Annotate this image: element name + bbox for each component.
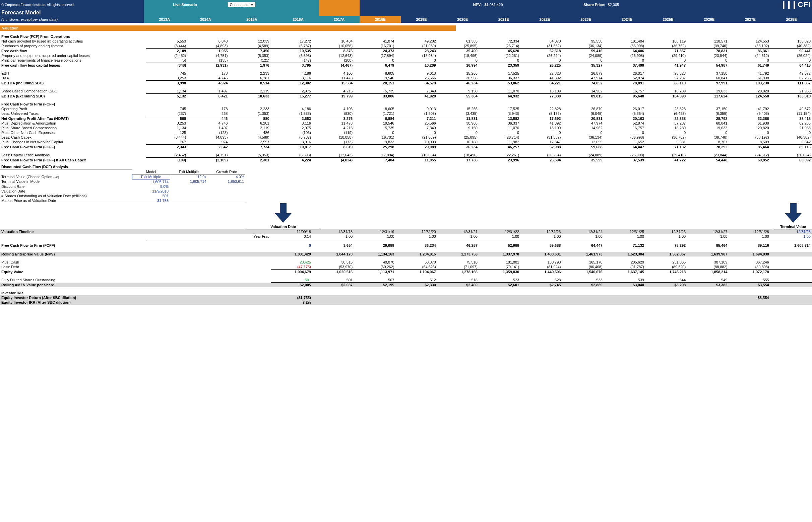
cell: 11/9/2018 bbox=[132, 189, 170, 194]
timeline-date: 12/31/26 bbox=[645, 229, 687, 234]
cell: 10,535 bbox=[271, 48, 312, 54]
year-col: 2019E bbox=[401, 16, 442, 23]
cell: 13,109 bbox=[520, 125, 562, 130]
cell: (89,898) bbox=[729, 264, 770, 269]
cell: 19,546 bbox=[354, 76, 395, 81]
cell: 0 bbox=[562, 58, 603, 63]
cell: 2,109 bbox=[146, 48, 187, 54]
cell: Exit Multiple bbox=[132, 174, 170, 179]
cell: (39,740) bbox=[687, 135, 729, 140]
irr-pct-value: 7.2% bbox=[271, 300, 312, 305]
cell: 268 bbox=[187, 111, 229, 116]
svg-marker-0 bbox=[275, 203, 292, 223]
cell: 178 bbox=[187, 71, 229, 76]
cell: 59,688 bbox=[520, 243, 562, 248]
cell: 49,282 bbox=[395, 39, 437, 43]
cell: 9,833 bbox=[354, 140, 395, 145]
row-label: Less: Capital Lease Additions bbox=[0, 153, 146, 158]
timeline-date: 12/31/23 bbox=[520, 229, 562, 234]
data-row: Free Cash Flow to Firm (FCFF)03,65429,08… bbox=[0, 243, 812, 248]
cell: (6,737) bbox=[271, 43, 312, 48]
cell: (71,097) bbox=[437, 264, 479, 269]
cell: 2,557 bbox=[229, 140, 270, 145]
cell: 501 bbox=[132, 194, 170, 198]
cell: 57,287 bbox=[645, 76, 687, 81]
cell: 11,982 bbox=[479, 140, 520, 145]
timeline-date: 12/31/28 bbox=[729, 229, 770, 234]
cell: 0 bbox=[437, 130, 479, 135]
cell: 2,975 bbox=[271, 125, 312, 130]
cell: (11,154) bbox=[770, 111, 812, 116]
cell: 20,820 bbox=[729, 125, 770, 130]
model-subtitle: (in millions, except per share data) bbox=[0, 16, 144, 23]
cell: $2,889 bbox=[562, 283, 603, 288]
live-scenario-label: Live Scenario bbox=[144, 0, 226, 9]
cell: 3,276 bbox=[312, 116, 354, 121]
cell: 501 bbox=[271, 278, 312, 283]
cell: 8,619 bbox=[312, 145, 354, 150]
cell: 1,113,971 bbox=[354, 269, 395, 275]
cell: 9,013 bbox=[395, 71, 437, 76]
row-label: Less: Cash Capex bbox=[0, 135, 146, 140]
cell: 118,571 bbox=[687, 39, 729, 43]
cell bbox=[770, 278, 812, 283]
cell: 165,170 bbox=[562, 260, 603, 264]
row-label: Share Based Compensation (SBC) bbox=[0, 89, 146, 94]
row-label: Rolling Enterprise Value (NPV) bbox=[0, 252, 271, 257]
cell: 1,194,067 bbox=[395, 269, 437, 275]
cell: 20,831 bbox=[562, 116, 603, 121]
cell: 544 bbox=[645, 278, 687, 283]
cell: 12,347 bbox=[520, 140, 562, 145]
cell: 2,233 bbox=[229, 106, 270, 111]
cell: 38,418 bbox=[770, 116, 812, 121]
cell: 307,109 bbox=[687, 260, 729, 264]
cell: (2,452) bbox=[146, 153, 187, 158]
cell: 19,633 bbox=[687, 89, 729, 94]
cell: 26,225 bbox=[520, 63, 562, 68]
cell: 13,582 bbox=[479, 116, 520, 121]
cell: (3,943) bbox=[479, 111, 520, 116]
cell: 0 bbox=[479, 130, 520, 135]
row-label: Free cash flow less capital leases bbox=[0, 63, 146, 68]
cell: 22,828 bbox=[520, 71, 562, 76]
cell: 84,070 bbox=[520, 39, 562, 43]
cell: 89,815 bbox=[562, 94, 603, 99]
cell: 71,132 bbox=[645, 145, 687, 150]
dcf-row: Terminal Value (Choose Option -->)Exit M… bbox=[0, 174, 812, 179]
cell: 25,566 bbox=[395, 76, 437, 81]
cell: 1,976 bbox=[229, 63, 270, 68]
cell: 111,857 bbox=[770, 81, 812, 86]
svg-marker-1 bbox=[785, 203, 801, 223]
cell: (2,452) bbox=[146, 53, 187, 58]
cell: (10,058) bbox=[312, 135, 354, 140]
cell: 0 bbox=[562, 130, 603, 135]
cell: 47,974 bbox=[562, 121, 603, 125]
cell: (147) bbox=[271, 58, 312, 63]
cell bbox=[770, 252, 812, 257]
data-row: Plus: Cash20,42530,31540,07053,87875,510… bbox=[0, 260, 812, 264]
cell: (4,589) bbox=[229, 43, 270, 48]
cell: 4,186 bbox=[271, 106, 312, 111]
data-row: Plus: Share Based Compensation1,1341,497… bbox=[0, 125, 812, 130]
year-col: 2018E bbox=[360, 16, 401, 23]
cell: 10,180 bbox=[437, 140, 479, 145]
cell: 1,972,178 bbox=[729, 269, 770, 275]
cell: 46,234 bbox=[437, 81, 479, 86]
cell: $2,469 bbox=[437, 283, 479, 288]
cell: 63,092 bbox=[770, 158, 812, 163]
cell: 53,862 bbox=[479, 81, 520, 86]
cell: 60,852 bbox=[729, 158, 770, 163]
row-label: Plus: Depreciation & Amortization bbox=[0, 121, 146, 125]
cell: 1,337,970 bbox=[479, 252, 520, 257]
cell: 22,828 bbox=[520, 106, 562, 111]
timeline-date: 12/31/18 bbox=[312, 229, 354, 234]
cell: (23,844) bbox=[687, 153, 729, 158]
scenario-dropdown[interactable]: Consensus bbox=[228, 2, 255, 7]
cell: 12.0x bbox=[170, 174, 208, 179]
cell: 6,479 bbox=[354, 63, 395, 68]
row-label: Less: Unlevered Taxes bbox=[0, 111, 146, 116]
cell: 55,384 bbox=[437, 94, 479, 99]
cell: (6,737) bbox=[271, 135, 312, 140]
cell: (36,762) bbox=[645, 43, 687, 48]
cell: 10,003 bbox=[395, 140, 437, 145]
